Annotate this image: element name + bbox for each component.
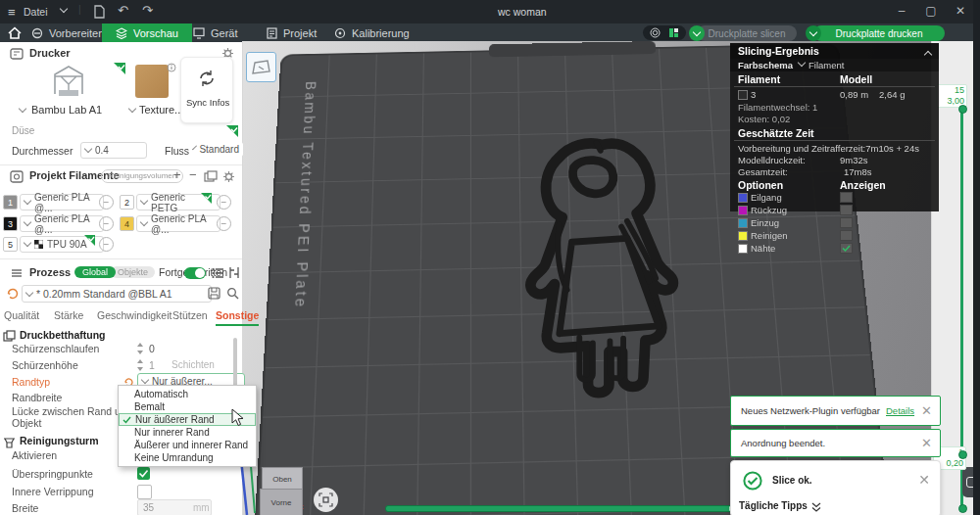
maximize-button[interactable]: ▢ <box>923 4 939 18</box>
filament-1-remove-button[interactable]: − <box>99 195 114 210</box>
navcube-front-face[interactable]: Vorne <box>260 489 303 515</box>
search-preset-icon[interactable] <box>226 287 239 300</box>
ptab-stuetzen[interactable]: Stützen <box>172 309 208 321</box>
filament-export-icon[interactable] <box>204 170 218 182</box>
file-menu-chevron-icon[interactable] <box>60 5 68 13</box>
innere-verrippung-checkbox[interactable] <box>137 485 152 499</box>
einzug-checkbox[interactable] <box>840 217 853 228</box>
notification-arrange-close-icon[interactable]: ✕ <box>921 437 932 449</box>
layer-slider-bottom-handle[interactable] <box>958 450 967 459</box>
plate-type-name[interactable]: Texture... <box>139 104 183 116</box>
project-icon <box>267 27 277 39</box>
filament-1-select[interactable]: Generic PLA @... <box>20 194 104 211</box>
details-link[interactable]: Details <box>886 405 914 416</box>
plate-type-card[interactable]: Texture... <box>129 63 176 121</box>
plate-1-thumbnail[interactable] <box>246 52 276 82</box>
process-preset-select[interactable]: * 0.20mm Standard @BBL A1 <box>22 285 212 303</box>
reinigen-checkbox[interactable] <box>840 230 853 241</box>
filament-2-remove-button[interactable]: − <box>217 195 231 210</box>
diameter-select[interactable]: 0.4 <box>80 142 147 159</box>
schuerzenhoehe-spinner[interactable] <box>137 359 144 371</box>
process-objects-toggle[interactable]: Objekte <box>111 266 155 278</box>
farbschema-value[interactable]: Filament <box>808 60 844 70</box>
minimize-button[interactable]: – <box>894 4 909 18</box>
mouse-cursor <box>231 408 245 428</box>
add-filament-button[interactable]: + <box>173 167 181 182</box>
naehte-checkbox[interactable] <box>840 243 853 254</box>
row-luecke-label2: Objekt <box>12 417 41 429</box>
filament-settings-gear-icon[interactable] <box>222 170 235 183</box>
printer-card[interactable]: Bambu Lab A1 <box>12 63 125 121</box>
print-plate-button[interactable]: Druckplatte drucken <box>813 25 945 41</box>
preset-reset-icon[interactable] <box>6 287 19 300</box>
filament-4-remove-button[interactable]: − <box>217 216 231 231</box>
tab-vorschau[interactable]: Vorschau <box>102 23 192 42</box>
tab-kalibrierung[interactable]: Kalibrierung <box>334 23 410 42</box>
filament-3-remove-button[interactable]: − <box>99 216 114 231</box>
printer-name[interactable]: Bambu Lab A1 <box>31 104 102 116</box>
ueberspringpunkte-checkbox[interactable] <box>137 467 150 480</box>
row-breite-label: Breite <box>12 502 38 514</box>
sync-infos-button[interactable]: Sync Infos <box>180 57 233 123</box>
advanced-toggle[interactable] <box>184 267 206 279</box>
filament-3-badge: 3 <box>3 216 18 231</box>
menu-item-aeusserer-und-innerer[interactable]: Äußerer und innerer Rand <box>119 439 256 451</box>
home-icon[interactable] <box>8 26 22 39</box>
notification-arrange-done: Anordnung beendet. ✕ <box>730 429 941 457</box>
device-icon <box>193 27 205 39</box>
plate-grid-icon[interactable] <box>668 27 679 38</box>
plate-brand-text: Bambu Textured PEI Plate <box>292 81 320 309</box>
process-global-toggle[interactable]: Global <box>74 266 116 278</box>
slice-plate-button[interactable]: Druckplatte slicen <box>697 25 797 41</box>
parameter-list-icon[interactable] <box>212 267 224 279</box>
compare-parameters-icon[interactable] <box>228 266 240 279</box>
tab-vorbereiten[interactable]: Vorbereiten <box>31 23 104 42</box>
print-dropdown-button[interactable] <box>806 25 821 41</box>
filament-3-select[interactable]: Generic PLA @... <box>20 215 104 232</box>
cleaning-volume-button[interactable]: Reinigungsvolumen <box>101 169 183 183</box>
menu-item-keine-umrandung[interactable]: Keine Umrandung <box>119 451 256 464</box>
file-menu[interactable]: Datei <box>24 6 48 18</box>
model-time-label: Modelldruckzeit: <box>738 155 806 165</box>
new-project-icon[interactable] <box>93 5 106 19</box>
menu-item-automatisch[interactable]: Automatisch <box>119 388 256 400</box>
slice-dropdown-button[interactable] <box>689 25 705 41</box>
remove-filament-button[interactable]: − <box>189 167 197 182</box>
schuerzenschlaufen-spinner[interactable] <box>137 343 144 354</box>
tips-expand-chevrons-icon[interactable] <box>811 502 821 513</box>
tab-geraet[interactable]: Gerät <box>193 23 238 42</box>
schuerzenschlaufen-value[interactable]: 0 <box>149 343 155 354</box>
ptab-staerke[interactable]: Stärke <box>54 309 83 321</box>
filament-5-remove-button[interactable]: − <box>99 237 114 252</box>
schuerzenhoehe-value[interactable]: 1 <box>149 359 155 371</box>
ptab-qualitaet[interactable]: Qualität <box>4 309 39 321</box>
save-preset-icon[interactable] <box>208 287 220 300</box>
notification-network-close-icon[interactable]: ✕ <box>921 404 932 417</box>
plate-info-icon[interactable] <box>167 63 176 72</box>
close-button[interactable]: ✕ <box>953 4 968 18</box>
daily-tips-label[interactable]: Tägliche Tipps <box>739 500 808 511</box>
prime-tower-icon <box>3 437 16 448</box>
rueckzug-checkbox[interactable] <box>840 205 853 215</box>
tab-projekt[interactable]: Projekt <box>267 23 317 42</box>
hamburger-menu-icon[interactable]: ≡ <box>8 5 16 20</box>
redo-icon[interactable]: ↷ <box>142 3 153 18</box>
ptab-sonstige[interactable]: Sonstige <box>216 309 259 326</box>
model-wc-woman[interactable] <box>516 134 698 403</box>
layer-slider-top-handle[interactable] <box>958 105 967 114</box>
ptab-geschwindigkeit[interactable]: Geschwindigkeit <box>97 309 172 321</box>
daily-tips-panel: Slice ok. ✕ Tägliche Tipps <box>730 460 941 515</box>
slice-ok-close-icon[interactable]: ✕ <box>918 473 930 487</box>
filament-4-select[interactable]: Generic PLA @... <box>136 215 220 232</box>
flow-select[interactable]: Standard <box>190 142 243 157</box>
eilgang-checkbox[interactable] <box>840 192 853 203</box>
move-slider-track[interactable] <box>385 505 735 512</box>
collapse-panel-icon[interactable] <box>924 51 932 59</box>
row-ueberspringpunkte-label: Überspringpunkte <box>12 468 93 480</box>
undo-icon[interactable]: ↶ <box>118 3 128 18</box>
view-gizmo-icon[interactable] <box>314 488 338 512</box>
breite-input[interactable]: 35 mm <box>137 499 212 515</box>
slice-ok-text: Slice ok. <box>772 475 812 486</box>
spiral-icon[interactable] <box>650 27 661 38</box>
navcube-top-face[interactable]: Oben <box>262 467 303 491</box>
